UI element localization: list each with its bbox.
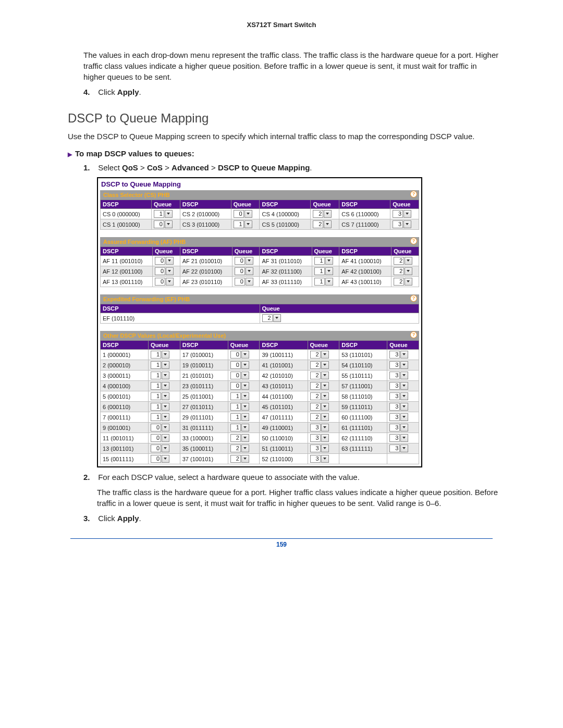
- help-icon[interactable]: ?: [410, 238, 417, 244]
- chevron-down-icon[interactable]: [162, 382, 169, 390]
- queue-select[interactable]: 1: [151, 361, 169, 369]
- chevron-down-icon[interactable]: [241, 392, 249, 400]
- chevron-down-icon[interactable]: [324, 220, 332, 228]
- queue-select[interactable]: 3: [389, 392, 408, 400]
- queue-select[interactable]: 2: [394, 257, 412, 265]
- chevron-down-icon[interactable]: [400, 434, 408, 442]
- queue-select[interactable]: 0: [154, 220, 173, 228]
- chevron-down-icon[interactable]: [166, 267, 174, 275]
- chevron-down-icon[interactable]: [162, 361, 169, 369]
- queue-select[interactable]: 2: [310, 382, 329, 390]
- queue-select[interactable]: 1: [151, 382, 169, 390]
- chevron-down-icon[interactable]: [241, 445, 249, 452]
- queue-select[interactable]: 0: [151, 434, 169, 442]
- chevron-down-icon[interactable]: [241, 382, 249, 390]
- chevron-down-icon[interactable]: [241, 424, 249, 431]
- chevron-down-icon[interactable]: [162, 445, 169, 452]
- chevron-down-icon[interactable]: [400, 403, 408, 411]
- queue-select[interactable]: 3: [389, 372, 408, 379]
- queue-select[interactable]: 3: [310, 455, 329, 463]
- chevron-down-icon[interactable]: [241, 434, 249, 442]
- chevron-down-icon[interactable]: [246, 267, 253, 275]
- chevron-down-icon[interactable]: [166, 278, 174, 286]
- queue-select[interactable]: 1: [314, 278, 333, 286]
- queue-select[interactable]: 3: [389, 351, 408, 359]
- chevron-down-icon[interactable]: [241, 413, 249, 421]
- chevron-down-icon[interactable]: [165, 210, 173, 218]
- queue-select[interactable]: 0: [230, 372, 249, 379]
- queue-select[interactable]: 1: [230, 392, 249, 400]
- queue-select[interactable]: 3: [389, 413, 408, 421]
- queue-select[interactable]: 0: [155, 257, 174, 265]
- chevron-down-icon[interactable]: [321, 392, 329, 400]
- chevron-down-icon[interactable]: [400, 424, 408, 431]
- queue-select[interactable]: 0: [155, 267, 174, 275]
- queue-select[interactable]: 1: [151, 413, 169, 421]
- queue-select[interactable]: 0: [235, 267, 253, 275]
- queue-select[interactable]: 1: [314, 267, 333, 275]
- queue-select[interactable]: 0: [151, 445, 169, 452]
- queue-select[interactable]: 0: [230, 351, 249, 359]
- queue-select[interactable]: 3: [310, 424, 329, 431]
- queue-select[interactable]: 1: [230, 424, 249, 431]
- queue-select[interactable]: 0: [235, 257, 253, 265]
- queue-select[interactable]: 2: [310, 392, 329, 400]
- chevron-down-icon[interactable]: [325, 257, 333, 265]
- queue-select[interactable]: 3: [389, 434, 408, 442]
- chevron-down-icon[interactable]: [162, 413, 169, 421]
- queue-select[interactable]: 1: [230, 413, 249, 421]
- chevron-down-icon[interactable]: [162, 351, 169, 359]
- chevron-down-icon[interactable]: [321, 351, 329, 359]
- chevron-down-icon[interactable]: [405, 267, 412, 275]
- chevron-down-icon[interactable]: [244, 220, 252, 228]
- chevron-down-icon[interactable]: [162, 434, 169, 442]
- chevron-down-icon[interactable]: [241, 403, 249, 411]
- chevron-down-icon[interactable]: [246, 278, 253, 286]
- queue-select[interactable]: 3: [389, 424, 408, 431]
- queue-select[interactable]: 0: [151, 455, 169, 463]
- queue-select[interactable]: 3: [310, 445, 329, 452]
- chevron-down-icon[interactable]: [162, 455, 169, 463]
- queue-select[interactable]: 2: [230, 434, 249, 442]
- queue-select[interactable]: 1: [234, 220, 252, 228]
- chevron-down-icon[interactable]: [241, 361, 249, 369]
- queue-select[interactable]: 1: [154, 210, 173, 218]
- chevron-down-icon[interactable]: [325, 267, 333, 275]
- chevron-down-icon[interactable]: [400, 351, 408, 359]
- queue-select[interactable]: 0: [151, 424, 169, 431]
- chevron-down-icon[interactable]: [400, 392, 408, 400]
- queue-select[interactable]: 0: [230, 361, 249, 369]
- chevron-down-icon[interactable]: [321, 361, 329, 369]
- queue-select[interactable]: 3: [393, 220, 411, 228]
- chevron-down-icon[interactable]: [162, 424, 169, 431]
- chevron-down-icon[interactable]: [400, 361, 408, 369]
- queue-select[interactable]: 2: [310, 403, 329, 411]
- queue-select[interactable]: 0: [234, 210, 252, 218]
- chevron-down-icon[interactable]: [244, 210, 252, 218]
- queue-select[interactable]: 2: [394, 267, 412, 275]
- queue-select[interactable]: 0: [230, 382, 249, 390]
- queue-select[interactable]: 3: [389, 445, 408, 452]
- queue-select[interactable]: 3: [389, 382, 408, 390]
- queue-select[interactable]: 2: [310, 361, 329, 369]
- queue-select[interactable]: 2: [313, 220, 332, 228]
- queue-select[interactable]: 2: [313, 210, 332, 218]
- queue-select[interactable]: 0: [235, 278, 253, 286]
- chevron-down-icon[interactable]: [321, 403, 329, 411]
- queue-select[interactable]: 1: [314, 257, 333, 265]
- queue-select[interactable]: 1: [230, 403, 249, 411]
- chevron-down-icon[interactable]: [321, 382, 329, 390]
- help-icon[interactable]: ?: [410, 191, 417, 198]
- queue-select[interactable]: 3: [310, 434, 329, 442]
- chevron-down-icon[interactable]: [241, 372, 249, 379]
- chevron-down-icon[interactable]: [321, 413, 329, 421]
- chevron-down-icon[interactable]: [403, 210, 411, 218]
- queue-select[interactable]: 3: [393, 210, 411, 218]
- queue-select[interactable]: 1: [151, 351, 169, 359]
- chevron-down-icon[interactable]: [246, 257, 253, 265]
- chevron-down-icon[interactable]: [400, 382, 408, 390]
- queue-select[interactable]: 2: [394, 278, 412, 286]
- queue-select[interactable]: 2: [230, 455, 249, 463]
- queue-select[interactable]: 2: [310, 413, 329, 421]
- chevron-down-icon[interactable]: [400, 445, 408, 452]
